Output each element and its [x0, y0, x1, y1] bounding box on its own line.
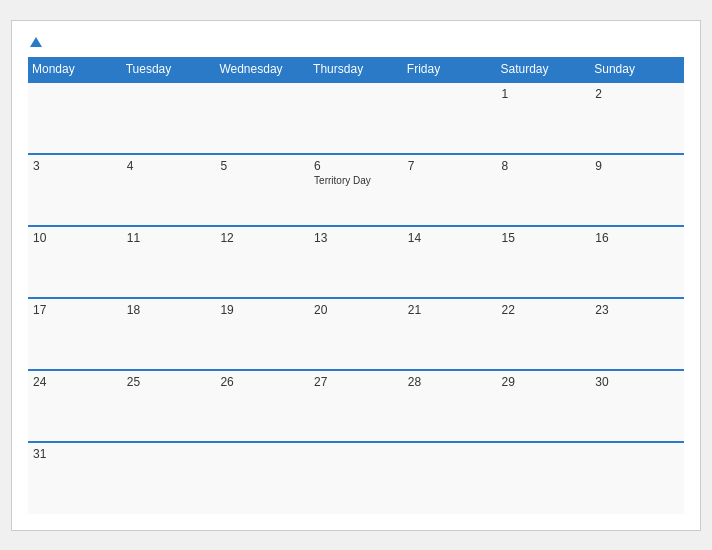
day-number: 17 — [33, 303, 117, 317]
calendar-cell: 4 — [122, 154, 216, 226]
calendar-cell — [497, 442, 591, 514]
day-number: 5 — [220, 159, 304, 173]
calendar-cell: 27 — [309, 370, 403, 442]
weekday-header-wednesday: Wednesday — [215, 57, 309, 82]
calendar-cell: 23 — [590, 298, 684, 370]
calendar-cell — [215, 442, 309, 514]
calendar-cell: 1 — [497, 82, 591, 154]
calendar-container: MondayTuesdayWednesdayThursdayFridaySatu… — [11, 20, 701, 531]
day-number: 13 — [314, 231, 398, 245]
week-row-4: 17181920212223 — [28, 298, 684, 370]
calendar-cell: 28 — [403, 370, 497, 442]
week-row-1: 12 — [28, 82, 684, 154]
calendar-cell — [403, 442, 497, 514]
weekday-header-tuesday: Tuesday — [122, 57, 216, 82]
calendar-cell — [403, 82, 497, 154]
calendar-cell: 30 — [590, 370, 684, 442]
calendar-cell — [122, 442, 216, 514]
calendar-cell — [309, 442, 403, 514]
calendar-cell: 5 — [215, 154, 309, 226]
logo — [28, 37, 42, 47]
calendar-cell — [590, 442, 684, 514]
weekday-header-monday: Monday — [28, 57, 122, 82]
calendar-cell: 22 — [497, 298, 591, 370]
weekday-header-saturday: Saturday — [497, 57, 591, 82]
day-number: 27 — [314, 375, 398, 389]
calendar-cell: 20 — [309, 298, 403, 370]
day-number: 2 — [595, 87, 679, 101]
calendar-cell: 26 — [215, 370, 309, 442]
week-row-2: 3456Territory Day789 — [28, 154, 684, 226]
day-number: 19 — [220, 303, 304, 317]
day-number: 28 — [408, 375, 492, 389]
weekday-header-friday: Friday — [403, 57, 497, 82]
calendar-cell: 19 — [215, 298, 309, 370]
calendar-cell: 16 — [590, 226, 684, 298]
day-event: Territory Day — [314, 175, 398, 186]
calendar-cell: 21 — [403, 298, 497, 370]
day-number: 23 — [595, 303, 679, 317]
day-number: 18 — [127, 303, 211, 317]
day-number: 31 — [33, 447, 117, 461]
calendar-cell: 12 — [215, 226, 309, 298]
calendar-cell: 15 — [497, 226, 591, 298]
weekday-header-row: MondayTuesdayWednesdayThursdayFridaySatu… — [28, 57, 684, 82]
calendar-cell: 29 — [497, 370, 591, 442]
day-number: 21 — [408, 303, 492, 317]
day-number: 9 — [595, 159, 679, 173]
calendar-cell: 10 — [28, 226, 122, 298]
weekday-header-sunday: Sunday — [590, 57, 684, 82]
week-row-3: 10111213141516 — [28, 226, 684, 298]
day-number: 15 — [502, 231, 586, 245]
day-number: 7 — [408, 159, 492, 173]
calendar-cell: 13 — [309, 226, 403, 298]
day-number: 8 — [502, 159, 586, 173]
day-number: 16 — [595, 231, 679, 245]
day-number: 10 — [33, 231, 117, 245]
calendar-cell — [122, 82, 216, 154]
calendar-cell: 24 — [28, 370, 122, 442]
day-number: 6 — [314, 159, 398, 173]
calendar-cell: 8 — [497, 154, 591, 226]
day-number: 12 — [220, 231, 304, 245]
weekday-header-thursday: Thursday — [309, 57, 403, 82]
day-number: 22 — [502, 303, 586, 317]
calendar-cell: 11 — [122, 226, 216, 298]
calendar-header — [28, 37, 684, 47]
calendar-cell: 3 — [28, 154, 122, 226]
calendar-cell: 18 — [122, 298, 216, 370]
calendar-cell: 17 — [28, 298, 122, 370]
calendar-cell: 9 — [590, 154, 684, 226]
day-number: 29 — [502, 375, 586, 389]
day-number: 30 — [595, 375, 679, 389]
week-row-6: 31 — [28, 442, 684, 514]
logo-line — [28, 37, 42, 47]
day-number: 11 — [127, 231, 211, 245]
calendar-cell — [28, 82, 122, 154]
day-number: 24 — [33, 375, 117, 389]
day-number: 25 — [127, 375, 211, 389]
week-row-5: 24252627282930 — [28, 370, 684, 442]
calendar-cell — [215, 82, 309, 154]
day-number: 20 — [314, 303, 398, 317]
day-number: 1 — [502, 87, 586, 101]
day-number: 3 — [33, 159, 117, 173]
calendar-cell: 7 — [403, 154, 497, 226]
calendar-cell: 25 — [122, 370, 216, 442]
calendar-cell: 6Territory Day — [309, 154, 403, 226]
day-number: 14 — [408, 231, 492, 245]
calendar-cell: 14 — [403, 226, 497, 298]
day-number: 26 — [220, 375, 304, 389]
calendar-cell: 31 — [28, 442, 122, 514]
calendar-grid: MondayTuesdayWednesdayThursdayFridaySatu… — [28, 57, 684, 514]
day-number: 4 — [127, 159, 211, 173]
calendar-cell: 2 — [590, 82, 684, 154]
calendar-cell — [309, 82, 403, 154]
logo-triangle-icon — [30, 37, 42, 47]
